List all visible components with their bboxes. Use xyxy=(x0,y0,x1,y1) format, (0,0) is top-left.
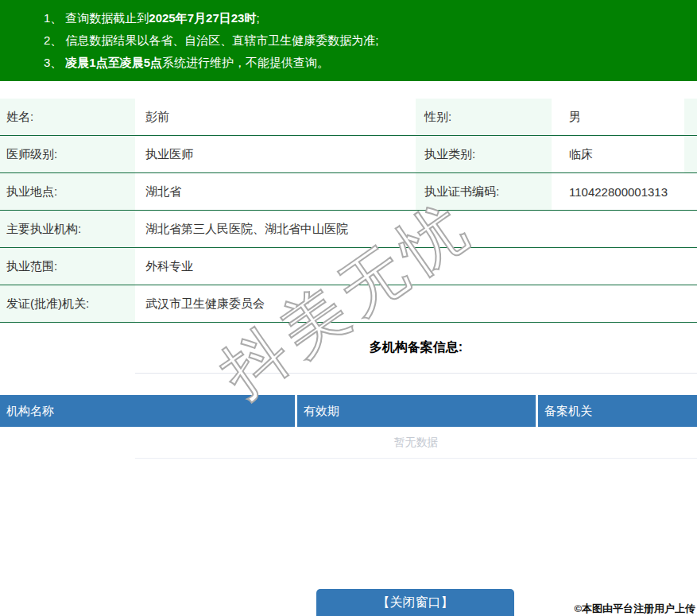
filing-section-title-row: 多机构备案信息: xyxy=(135,323,697,374)
practice-scope-label: 执业范围: xyxy=(0,248,135,285)
main-org-value: 湖北省第三人民医院、湖北省中山医院 xyxy=(135,222,697,237)
notice-number: 3、 xyxy=(44,56,62,69)
notice-line-2: 2、信息数据结果以各省、自治区、直辖市卫生健康委数据为准; xyxy=(44,29,697,52)
column-header-filing-authority: 备案机关 xyxy=(538,395,697,427)
notice-banner: 1、查询数据截止到2025年7月27日23时; 2、信息数据结果以各省、自治区、… xyxy=(0,0,697,81)
notice-text: 信息数据结果以各省、自治区、直辖市卫生健康委数据为准; xyxy=(65,33,378,47)
main-org-label: 主要执业机构: xyxy=(0,211,135,247)
name-value: 彭前 xyxy=(135,110,416,125)
column-header-validity: 有效期 xyxy=(297,395,536,427)
issuing-authority-label: 发证(批准)机关: xyxy=(0,285,135,322)
practitioner-info-table: 姓名: 彭前 性别: 男 医师级别: 执业医师 执业类别: 临床 执业地点: 湖… xyxy=(0,99,697,323)
column-header-institution: 机构名称 xyxy=(0,395,295,427)
close-window-button[interactable]: 【关闭窗口】 xyxy=(316,589,514,616)
filing-section-title: 多机构备案信息: xyxy=(370,339,463,356)
table-row-scope: 执业范围: 外科专业 xyxy=(0,248,697,285)
notice-line-1: 1、查询数据截止到2025年7月27日23时; xyxy=(44,7,697,29)
empty-data-text: 暂无数据 xyxy=(394,436,439,450)
notice-line-3: 3、凌晨1点至凌晨5点系统进行维护，不能提供查询。 xyxy=(44,52,697,74)
row-end-spacer xyxy=(684,136,697,172)
notice-number: 2、 xyxy=(44,33,62,47)
table-row-location-cert: 执业地点: 湖北省 执业证书编码: 110422800001313 xyxy=(0,173,697,211)
certificate-number-label: 执业证书编码: xyxy=(416,173,552,210)
gender-value: 男 xyxy=(552,110,684,125)
practice-location-value: 湖北省 xyxy=(135,184,416,200)
notice-text: 系统进行维护，不能提供查询。 xyxy=(162,56,329,69)
table-row-main-org: 主要执业机构: 湖北省第三人民医院、湖北省中山医院 xyxy=(0,211,697,248)
copyright-stamp: ©本图由平台注册用户上传 xyxy=(574,602,695,616)
certificate-number-value: 110422800001313 xyxy=(552,185,697,199)
issuing-authority-value: 武汉市卫生健康委员会 xyxy=(135,296,697,312)
empty-data-row: 暂无数据 xyxy=(135,427,697,459)
filing-table-header: 机构名称 有效期 备案机关 xyxy=(0,395,697,427)
practice-category-value: 临床 xyxy=(552,147,684,162)
notice-number: 1、 xyxy=(44,11,62,25)
doctor-level-label: 医师级别: xyxy=(0,136,135,172)
table-row-level-category: 医师级别: 执业医师 执业类别: 临床 xyxy=(0,136,697,173)
doctor-level-value: 执业医师 xyxy=(135,147,416,162)
filing-table: 机构名称 有效期 备案机关 暂无数据 xyxy=(0,395,697,459)
notice-text-bold: 2025年7月27日23时 xyxy=(149,11,256,25)
notice-text: ; xyxy=(256,11,259,25)
table-row-issuer: 发证(批准)机关: 武汉市卫生健康委员会 xyxy=(0,285,697,323)
practice-category-label: 执业类别: xyxy=(416,136,552,172)
page: 1、查询数据截止到2025年7月27日23时; 2、信息数据结果以各省、自治区、… xyxy=(0,0,697,616)
notice-text-bold: 凌晨1点至凌晨5点 xyxy=(65,56,162,69)
notice-text: 查询数据截止到 xyxy=(65,11,149,25)
practice-scope-value: 外科专业 xyxy=(135,259,697,274)
name-label: 姓名: xyxy=(0,99,135,135)
gender-label: 性别: xyxy=(416,99,552,135)
practice-location-label: 执业地点: xyxy=(0,173,135,210)
table-row-name-gender: 姓名: 彭前 性别: 男 xyxy=(0,99,697,136)
row-end-spacer xyxy=(684,99,697,135)
